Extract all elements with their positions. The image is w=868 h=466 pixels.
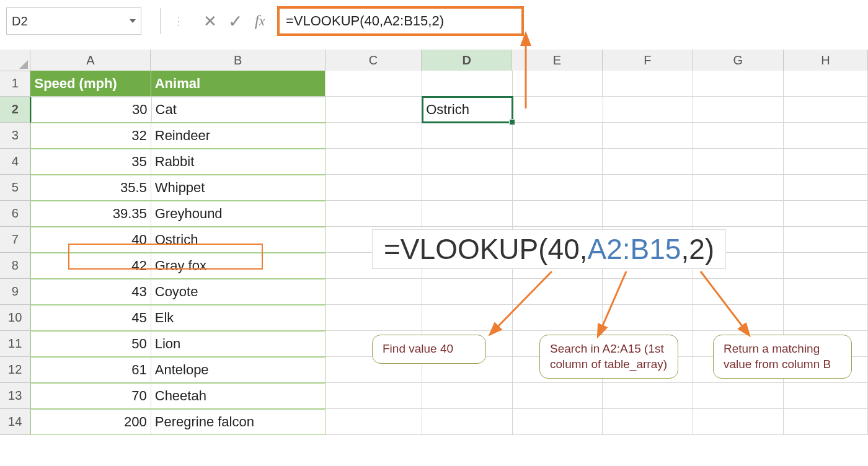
cell-B7[interactable]: Ostrich [151,227,326,253]
row-header-5[interactable]: 5 [0,175,30,201]
cell-H7[interactable] [784,227,868,253]
cell-H14[interactable] [784,409,868,435]
cell-G3[interactable] [693,123,784,149]
cell-D13[interactable] [422,383,513,409]
cell-H8[interactable] [784,253,868,279]
cell-H1[interactable] [784,71,868,97]
cell-G9[interactable] [693,279,784,305]
col-header-F[interactable]: F [603,50,693,71]
cell-A14[interactable]: 200 [30,409,151,435]
cell-F13[interactable] [603,383,693,409]
col-header-A[interactable]: A [30,50,151,71]
cell-F2[interactable] [603,97,694,123]
cell-B9[interactable]: Coyote [151,279,326,305]
col-header-E[interactable]: E [512,50,603,71]
cell-H9[interactable] [784,279,868,305]
cell-D3[interactable] [422,123,513,149]
cell-B4[interactable]: Rabbit [151,149,326,175]
cell-F14[interactable] [603,409,693,435]
cell-B1[interactable]: Animal [151,71,326,97]
row-header-6[interactable]: 6 [0,201,30,227]
cell-G4[interactable] [693,149,784,175]
cell-A10[interactable]: 45 [30,305,151,331]
row-header-12[interactable]: 12 [0,357,30,383]
cell-E1[interactable] [513,71,603,97]
cell-E14[interactable] [513,409,603,435]
cell-D10[interactable] [422,305,513,331]
row-header-10[interactable]: 10 [0,305,30,331]
select-all-corner[interactable] [0,50,30,71]
cell-E2[interactable] [513,97,603,123]
cell-E3[interactable] [513,123,603,149]
cell-D9[interactable] [422,279,513,305]
cell-H3[interactable] [784,123,868,149]
col-header-C[interactable]: C [326,50,422,71]
cell-E4[interactable] [513,149,603,175]
cell-A3[interactable]: 32 [30,123,151,149]
cell-C10[interactable] [326,305,422,331]
cell-G10[interactable] [693,305,784,331]
cell-F5[interactable] [603,175,693,201]
cell-D4[interactable] [422,149,513,175]
col-header-H[interactable]: H [784,50,868,71]
cell-C6[interactable] [326,201,422,227]
row-header-8[interactable]: 8 [0,253,30,279]
cell-B10[interactable]: Elk [151,305,326,331]
fill-handle[interactable] [509,119,515,125]
cell-A12[interactable]: 61 [30,357,151,383]
cell-H10[interactable] [784,305,868,331]
cell-C9[interactable] [326,279,422,305]
cell-C1[interactable] [326,71,422,97]
cell-D2[interactable]: Ostrich [422,97,513,123]
cancel-icon[interactable]: ✕ [198,8,223,34]
cell-H6[interactable] [784,201,868,227]
cell-F6[interactable] [603,201,693,227]
cell-C2[interactable] [326,97,422,123]
cell-G2[interactable] [693,97,784,123]
cell-C3[interactable] [326,123,422,149]
cell-A5[interactable]: 35.5 [30,175,151,201]
cell-E10[interactable] [513,305,603,331]
cell-E6[interactable] [513,201,603,227]
row-header-7[interactable]: 7 [0,227,30,253]
chevron-down-icon[interactable] [130,19,136,23]
cell-C5[interactable] [326,175,422,201]
row-header-11[interactable]: 11 [0,331,30,357]
row-header-13[interactable]: 13 [0,383,30,409]
cell-C4[interactable] [326,149,422,175]
cell-E13[interactable] [513,383,603,409]
cell-B14[interactable]: Peregrine falcon [151,409,326,435]
cell-A13[interactable]: 70 [30,383,151,409]
cell-A1[interactable]: Speed (mph) [30,71,151,97]
cell-F1[interactable] [603,71,693,97]
cell-G6[interactable] [693,201,784,227]
cell-D5[interactable] [422,175,513,201]
cell-E5[interactable] [513,175,603,201]
cell-A7[interactable]: 40 [30,227,151,253]
cell-D6[interactable] [422,201,513,227]
cell-A6[interactable]: 39.35 [30,201,151,227]
cell-F9[interactable] [603,279,693,305]
cell-D1[interactable] [422,71,513,97]
cell-H2[interactable] [784,97,868,123]
cell-H5[interactable] [784,175,868,201]
cell-D14[interactable] [422,409,513,435]
cell-F4[interactable] [603,149,693,175]
cell-B2[interactable]: Cat [152,97,326,123]
name-box[interactable]: D2 [6,7,141,35]
formula-input[interactable]: =VLOOKUP(40,A2:B15,2) [277,6,524,36]
col-header-G[interactable]: G [693,50,784,71]
cell-B8[interactable]: Gray fox [151,253,326,279]
cell-A8[interactable]: 42 [30,253,151,279]
row-header-2[interactable]: 2 [0,97,31,123]
cell-B12[interactable]: Antelope [151,357,326,383]
cell-B5[interactable]: Whippet [151,175,326,201]
cell-G5[interactable] [693,175,784,201]
cell-H13[interactable] [784,383,868,409]
cell-B11[interactable]: Lion [151,331,326,357]
row-header-14[interactable]: 14 [0,409,30,435]
cell-B13[interactable]: Cheetah [151,383,326,409]
enter-icon[interactable]: ✓ [223,8,247,34]
cell-G1[interactable] [693,71,784,97]
cell-E9[interactable] [513,279,603,305]
